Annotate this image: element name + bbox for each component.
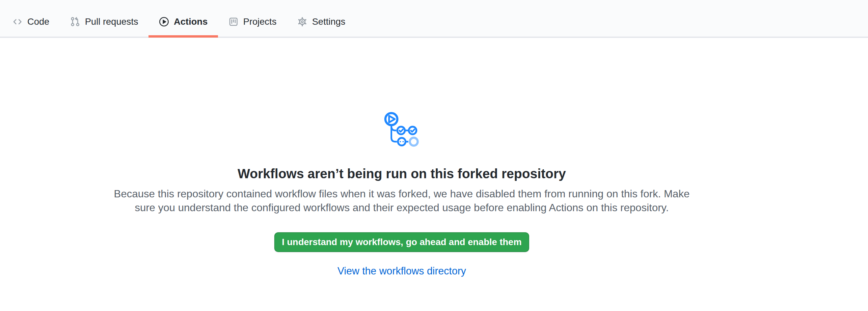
repo-tab-bar: Code Pull requests Actions [0, 0, 868, 38]
tab-code-label: Code [27, 17, 50, 27]
workflow-graph-icon [384, 112, 420, 147]
git-pull-request-icon [70, 17, 80, 27]
active-tab-underline [149, 35, 218, 37]
actions-disabled-empty-state: Workflows aren’t being run on this forke… [0, 38, 803, 277]
play-icon [159, 17, 169, 27]
empty-state-description: Because this repository contained workfl… [108, 187, 695, 215]
tab-projects[interactable]: Projects [218, 0, 287, 37]
tab-actions[interactable]: Actions [149, 0, 218, 37]
tab-settings-label: Settings [312, 17, 345, 27]
tab-settings[interactable]: Settings [287, 0, 355, 37]
project-icon [228, 17, 239, 27]
tab-code[interactable]: Code [2, 0, 60, 37]
tab-pull-requests[interactable]: Pull requests [60, 0, 149, 37]
view-workflows-directory-link[interactable]: View the workflows directory [338, 265, 466, 277]
code-icon [12, 17, 23, 27]
gear-icon [297, 17, 308, 27]
tab-projects-label: Projects [243, 17, 277, 27]
empty-state-title: Workflows aren’t being run on this forke… [0, 166, 803, 182]
tab-actions-label: Actions [174, 17, 208, 27]
tab-pull-requests-label: Pull requests [85, 17, 138, 27]
enable-workflows-button[interactable]: I understand my workflows, go ahead and … [274, 232, 529, 252]
